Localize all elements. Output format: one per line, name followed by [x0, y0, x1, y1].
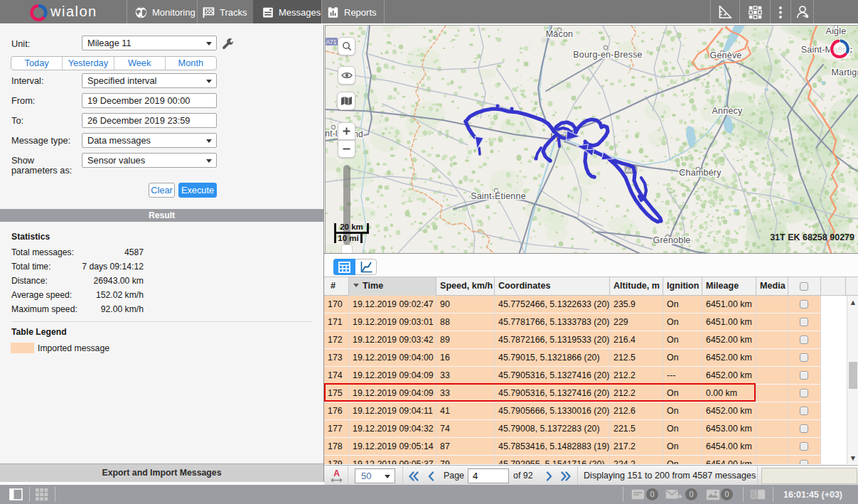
svg-text:Grenoble: Grenoble — [653, 235, 690, 245]
svg-text:Aigle: Aigle — [826, 26, 847, 36]
svg-text:Chambéry: Chambéry — [679, 168, 722, 178]
svg-text:Saint-Étienne: Saint-Étienne — [471, 191, 526, 201]
svg-text:nt-l: nt-l — [326, 129, 338, 139]
svg-text:A: A — [333, 468, 340, 478]
svg-text:Mâcon: Mâcon — [546, 29, 574, 39]
svg-text:Genève: Genève — [710, 50, 742, 60]
svg-text:Annecy: Annecy — [712, 106, 743, 116]
svg-text:Martign: Martign — [831, 68, 858, 77]
svg-text:A71: A71 — [326, 38, 336, 45]
svg-text:Bourg-en-Bresse: Bourg-en-Bresse — [573, 50, 643, 60]
